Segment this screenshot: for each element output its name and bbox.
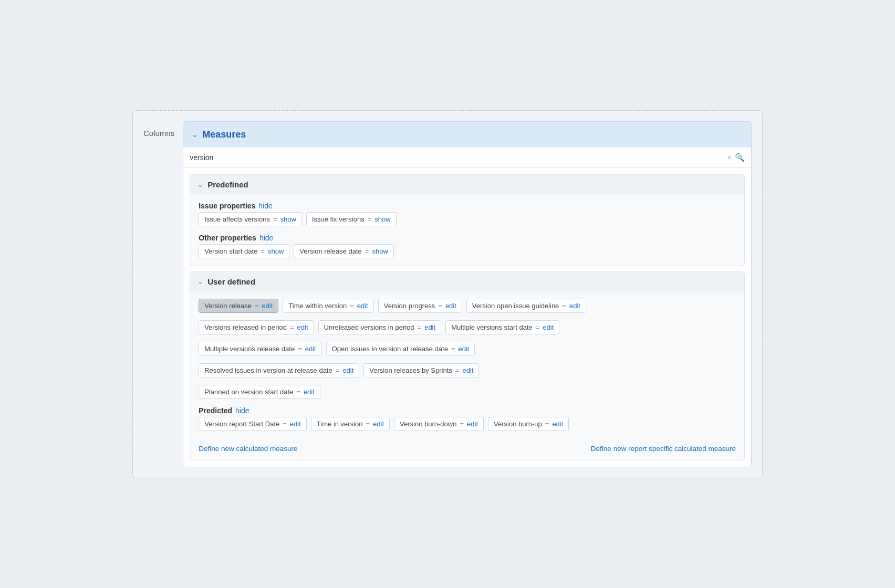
tag-eq: = xyxy=(536,323,540,331)
planned-on-version-start-date-tag[interactable]: Planned on version start date = edit xyxy=(199,385,320,399)
resolved-issues-in-version-at-release-date-tag[interactable]: Resolved issues in version at release da… xyxy=(199,363,359,377)
user-defined-body: Version release = edit Time within versi… xyxy=(190,291,744,438)
tag-action[interactable]: edit xyxy=(445,302,456,310)
issue-affects-versions-tag[interactable]: Issue affects versions = show xyxy=(199,212,302,226)
content-area: ⌄ Predefined Issue properties hide Issue… xyxy=(183,168,751,467)
search-bar: × 🔍 xyxy=(183,148,751,168)
version-burn-up-tag[interactable]: Version burn-up = edit xyxy=(488,417,569,431)
tag-action[interactable]: show xyxy=(268,247,284,255)
tag-name: Issue fix versions xyxy=(312,215,365,223)
issue-properties-label: Issue properties hide xyxy=(199,202,736,210)
search-input[interactable] xyxy=(190,153,727,162)
tag-name: Version open issue guideline xyxy=(472,302,559,310)
predefined-section: ⌄ Predefined Issue properties hide Issue… xyxy=(190,174,745,266)
tag-action[interactable]: edit xyxy=(297,323,308,331)
define-report-specific-link[interactable]: Define new report specific calculated me… xyxy=(591,445,736,453)
predicted-group: Predicted hide Version report Start Date… xyxy=(199,406,736,431)
issue-properties-hide-link[interactable]: hide xyxy=(258,202,272,210)
tag-name: Version release xyxy=(204,302,252,310)
user-defined-section: ⌄ User defined Version release = edit Ti… xyxy=(190,271,745,460)
measures-header: ⌄ Measures xyxy=(183,122,751,148)
time-in-version-tag[interactable]: Time in version = edit xyxy=(311,417,390,431)
tag-eq: = xyxy=(366,420,370,428)
tag-action[interactable]: edit xyxy=(543,323,554,331)
user-defined-title: User defined xyxy=(207,277,255,286)
other-properties-hide-link[interactable]: hide xyxy=(259,234,273,242)
tag-eq: = xyxy=(460,420,464,428)
version-open-issue-guideline-tag[interactable]: Version open issue guideline = edit xyxy=(466,299,586,313)
tag-name: Multiple versions release date xyxy=(204,345,295,353)
predicted-label: Predicted hide xyxy=(199,406,736,415)
predicted-tags: Version report Start Date = edit Time in… xyxy=(199,417,736,431)
tag-action[interactable]: edit xyxy=(262,302,273,310)
tag-name: Versions released in period xyxy=(204,323,287,331)
version-burn-down-tag[interactable]: Version burn-down = edit xyxy=(394,417,484,431)
tag-name: Time within version xyxy=(288,302,347,310)
search-icon[interactable]: 🔍 xyxy=(735,153,745,162)
main-panel: ⌄ Measures × 🔍 ⌄ Predefined xyxy=(183,121,752,467)
tag-eq: = xyxy=(350,302,354,310)
tag-name: Issue affects versions xyxy=(204,215,270,223)
unreleased-versions-in-period-tag[interactable]: Unreleased versions in period = edit xyxy=(318,320,442,334)
tag-action[interactable]: edit xyxy=(373,420,384,428)
columns-label: Columns xyxy=(133,121,174,138)
tag-name: Version release date xyxy=(299,247,362,255)
user-defined-header: ⌄ User defined xyxy=(190,272,744,291)
tag-name: Version burn-down xyxy=(400,420,456,428)
measures-chevron-icon[interactable]: ⌄ xyxy=(192,130,198,139)
tag-eq: = xyxy=(455,366,460,374)
outer-container: Columns ⌄ Measures × 🔍 ⌄ Predefined xyxy=(132,110,763,478)
multiple-versions-start-date-tag[interactable]: Multiple versions start date = edit xyxy=(445,320,559,334)
tag-action[interactable]: edit xyxy=(458,345,469,353)
tag-eq: = xyxy=(336,366,340,374)
other-properties-label: Other properties hide xyxy=(199,234,736,242)
open-issues-in-version-at-release-date-tag[interactable]: Open issues in version at release date =… xyxy=(326,342,475,356)
tag-eq: = xyxy=(296,388,300,396)
tag-action[interactable]: edit xyxy=(424,323,435,331)
tag-eq: = xyxy=(545,420,549,428)
time-within-version-tag[interactable]: Time within version = edit xyxy=(283,299,373,313)
tag-name: Version progress xyxy=(384,302,435,310)
tag-action[interactable]: edit xyxy=(462,366,473,374)
tag-action[interactable]: edit xyxy=(305,345,316,353)
version-start-date-tag[interactable]: Version start date = show xyxy=(199,244,289,258)
tag-eq: = xyxy=(562,302,566,310)
tag-action[interactable]: edit xyxy=(304,388,315,396)
tag-action[interactable]: show xyxy=(374,215,390,223)
version-release-date-tag[interactable]: Version release date = show xyxy=(294,244,393,258)
versions-released-in-period-tag[interactable]: Versions released in period = edit xyxy=(199,320,314,334)
tag-eq: = xyxy=(261,247,265,255)
tag-action[interactable]: edit xyxy=(357,302,368,310)
tag-eq: = xyxy=(290,323,294,331)
tag-name: Version start date xyxy=(204,247,257,255)
user-defined-chevron-icon[interactable]: ⌄ xyxy=(197,278,203,286)
define-calculated-link[interactable]: Define new calculated measure xyxy=(199,445,297,453)
version-release-tag[interactable]: Version release = edit xyxy=(199,299,278,313)
predefined-section-header: ⌄ Predefined xyxy=(190,175,744,194)
tag-eq: = xyxy=(283,420,287,428)
user-defined-tags-row-2: Versions released in period = edit Unrel… xyxy=(199,320,736,334)
clear-icon[interactable]: × xyxy=(727,153,732,162)
tag-action[interactable]: edit xyxy=(467,420,478,428)
tag-action[interactable]: edit xyxy=(342,366,353,374)
version-report-start-date-tag[interactable]: Version report Start Date = edit xyxy=(199,417,307,431)
version-progress-tag[interactable]: Version progress = edit xyxy=(378,299,462,313)
multiple-versions-release-date-tag[interactable]: Multiple versions release date = edit xyxy=(199,342,322,356)
tag-action[interactable]: edit xyxy=(552,420,563,428)
tag-action[interactable]: show xyxy=(280,215,296,223)
tag-action[interactable]: edit xyxy=(290,420,301,428)
other-properties-tags: Version start date = show Version releas… xyxy=(199,244,736,258)
tag-name: Resolved issues in version at release da… xyxy=(204,366,332,374)
tag-eq: = xyxy=(368,215,372,223)
predicted-hide-link[interactable]: hide xyxy=(235,406,249,415)
version-releases-by-sprints-tag[interactable]: Version releases by Sprints = edit xyxy=(363,363,479,377)
tag-eq: = xyxy=(273,215,277,223)
tag-eq: = xyxy=(418,323,422,331)
tag-name: Time in version xyxy=(317,420,363,428)
tag-action[interactable]: edit xyxy=(569,302,580,310)
tag-name: Version report Start Date xyxy=(204,420,279,428)
tag-action[interactable]: show xyxy=(372,247,388,255)
issue-fix-versions-tag[interactable]: Issue fix versions = show xyxy=(306,212,397,226)
predefined-title: Predefined xyxy=(207,180,248,189)
predefined-chevron-icon[interactable]: ⌄ xyxy=(197,181,203,188)
